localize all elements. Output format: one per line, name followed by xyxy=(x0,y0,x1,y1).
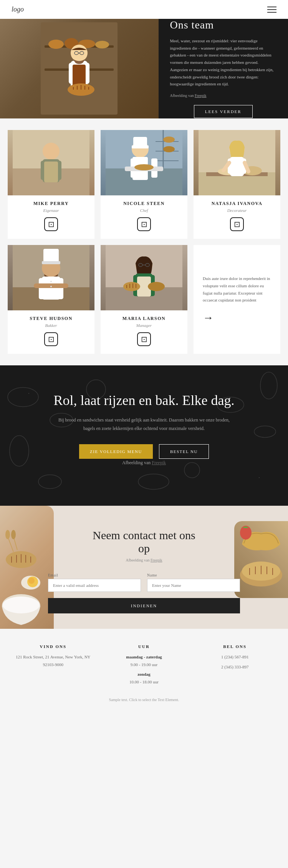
svg-rect-64 xyxy=(39,278,46,299)
dark-freepik-link[interactable]: Freepik xyxy=(152,460,166,465)
contact-title: Neem contact met ons op xyxy=(12,529,276,555)
logo: logo xyxy=(12,5,24,13)
mike-photo xyxy=(8,130,94,195)
maria-name: MARIA LARSON xyxy=(122,316,166,322)
steve-name: STEVE HUDSON xyxy=(30,316,73,322)
hero-attribution: Afbeelding van Freepik xyxy=(170,92,277,99)
name-input[interactable] xyxy=(147,579,240,592)
natasja-name: NATASJA IVANOVA xyxy=(212,201,263,207)
dark-attribution: Afbeelding van Freepik xyxy=(56,459,232,467)
team-card-image-natasja xyxy=(194,130,280,195)
svg-rect-65 xyxy=(56,278,63,299)
hours-weekdays-time: 9.00 - 19.00 uur xyxy=(131,662,158,667)
submit-button[interactable]: INDIENEN xyxy=(48,598,240,613)
hero-description: Meel, water, zeezout en rijsmiddel: vier… xyxy=(170,37,277,88)
footer-sample-text: Sample text. Click to select the Text El… xyxy=(12,698,276,702)
contact-title-line1: Neem contact met ons xyxy=(93,529,195,541)
team-extra-text: Duis aute irure dolor in reprehenderit i… xyxy=(203,275,271,304)
svg-point-80 xyxy=(123,282,140,291)
svg-rect-62 xyxy=(42,261,60,264)
svg-rect-61 xyxy=(43,249,59,262)
svg-point-68 xyxy=(50,286,52,287)
name-group: Name xyxy=(147,573,240,592)
nicole-name: NICOLE STEEN xyxy=(123,201,165,207)
form-row: Email Name xyxy=(48,573,240,592)
footer-find-us: VIND ONS 121 Rock Street, 21 Avenue, New… xyxy=(12,644,95,686)
hamburger-button[interactable] xyxy=(267,7,276,13)
maria-photo xyxy=(101,245,187,310)
svg-point-3 xyxy=(48,40,64,49)
svg-rect-28 xyxy=(44,162,58,182)
steve-instagram[interactable]: ⊡ xyxy=(44,332,58,346)
svg-rect-39 xyxy=(132,145,149,148)
maria-role: Manager xyxy=(136,323,152,328)
dark-section-buttons: ZIE VOLLEDIG MENU BESTEL NU xyxy=(31,444,257,459)
order-button[interactable]: BESTEL NU xyxy=(159,444,209,459)
svg-point-81 xyxy=(148,282,165,291)
svg-point-35 xyxy=(163,137,175,143)
dark-section-title: Rol, laat rijzen en bak. Elke dag. xyxy=(31,392,257,408)
svg-point-6 xyxy=(95,41,109,48)
phone-2: 2 (345) 333-897 xyxy=(193,663,276,671)
find-us-label: VIND ONS xyxy=(12,644,95,649)
svg-point-24 xyxy=(43,143,60,160)
svg-point-67 xyxy=(50,281,52,282)
baker-illustration xyxy=(41,22,118,115)
svg-point-109 xyxy=(5,530,10,539)
attribution-prefix: Afbeelding van xyxy=(170,93,195,98)
natasja-instagram[interactable]: ⊡ xyxy=(230,217,244,231)
contact-title-line2: op xyxy=(138,542,150,555)
svg-point-97 xyxy=(3,596,40,613)
food-left-svg xyxy=(0,506,54,629)
find-us-address: 121 Rock Street, 21 Avenue, New York, NY… xyxy=(12,653,95,669)
hours-weekdays: maandag - zaterdag 9.00 - 19.00 uur xyxy=(103,653,186,669)
team-card-image-maria xyxy=(101,245,187,310)
nicole-photo xyxy=(101,130,187,195)
email-group: Email xyxy=(48,573,141,592)
natasja-role: Decorateur xyxy=(227,208,247,213)
dark-section: Rol, laat rijzen en bak. Elke dag. Bij b… xyxy=(0,365,288,506)
svg-point-44 xyxy=(134,164,154,170)
team-card-maria: MARIA LARSON Manager ⊡ xyxy=(101,245,187,354)
footer-call-us: BEL ONS 1 (234) 567-891 2 (345) 333-897 xyxy=(193,644,276,686)
hamburger-line-3 xyxy=(267,12,276,13)
call-us-label: BEL ONS xyxy=(193,644,276,649)
freepik-link[interactable]: Freepik xyxy=(195,93,207,98)
team-card-image-mike xyxy=(8,130,94,195)
footer-hours: UUR maandag - zaterdag 9.00 - 19.00 uur … xyxy=(103,644,186,686)
contact-attribution-prefix: Afbeelding van xyxy=(126,558,151,562)
team-card-image-steve xyxy=(8,245,94,310)
menu-button[interactable]: ZIE VOLLEDIG MENU xyxy=(79,444,153,459)
contact-freepik-link[interactable]: Freepik xyxy=(151,558,162,562)
team-card-mike: MIKE PERRY Eigenaar ⊡ xyxy=(8,130,94,239)
contact-attribution: Afbeelding van Freepik xyxy=(12,558,276,562)
hours-sunday: zondag 10.00 - 18.00 uur xyxy=(103,671,186,686)
hours-label: UUR xyxy=(103,644,186,649)
hero-section: Ons team Meel, water, zeezout en rijsmid… xyxy=(0,18,288,118)
dark-bg-decoration xyxy=(0,365,288,506)
dark-attribution-prefix: Afbeelding van xyxy=(122,460,152,465)
team-section: MIKE PERRY Eigenaar ⊡ xyxy=(0,118,288,365)
team-extra-card: Duis aute irure dolor in reprehenderit i… xyxy=(194,245,280,354)
hours-sunday-time: 10.00 - 18.00 uur xyxy=(129,680,159,684)
read-more-button[interactable]: LEES VERDER xyxy=(194,105,253,118)
maria-instagram[interactable]: ⊡ xyxy=(137,332,151,346)
phone-1: 1 (234) 567-891 xyxy=(193,653,276,661)
nicole-role: Chef xyxy=(140,208,148,213)
svg-point-36 xyxy=(163,146,175,152)
contact-section: Neem contact met ons op Afbeelding van F… xyxy=(0,506,288,629)
arrow-right-icon[interactable]: → xyxy=(203,312,214,324)
hero-title: Ons team xyxy=(170,19,277,31)
food-decoration-left xyxy=(0,506,54,629)
svg-rect-38 xyxy=(133,137,147,147)
hours-weekdays-label: maandag - zaterdag xyxy=(126,655,162,659)
footer-grid: VIND ONS 121 Rock Street, 21 Avenue, New… xyxy=(12,644,276,686)
natasja-photo xyxy=(194,130,280,195)
steve-role: Bakker xyxy=(45,323,57,328)
team-card-image-nicole xyxy=(101,130,187,195)
navbar: logo xyxy=(0,0,288,19)
footer: VIND ONS 121 Rock Street, 21 Avenue, New… xyxy=(0,629,288,710)
nicole-instagram[interactable]: ⊡ xyxy=(137,217,151,231)
email-input[interactable] xyxy=(48,579,141,592)
mike-instagram[interactable]: ⊡ xyxy=(44,217,58,231)
